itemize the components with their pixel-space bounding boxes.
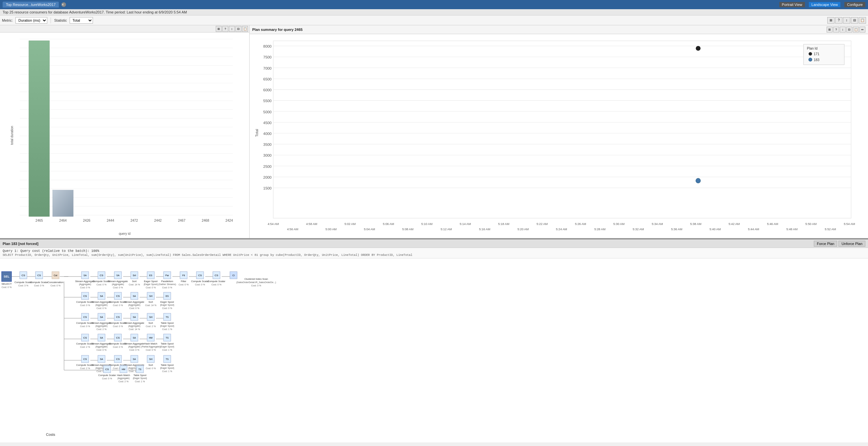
svg-text:(Aggregate): (Aggregate) (128, 346, 141, 348)
right-chart-btn-4[interactable]: ⊟ (846, 27, 852, 33)
svg-text:8000: 8000 (264, 44, 272, 48)
svg-text:2465: 2465 (35, 218, 43, 222)
chart-btn-4[interactable]: ⊟ (236, 26, 241, 32)
svg-text:CS: CS (105, 368, 109, 371)
svg-text:Cost: 0 %: Cost: 0 % (97, 307, 106, 309)
svg-text:5:22 AM: 5:22 AM (537, 222, 548, 226)
svg-text:5:48 AM: 5:48 AM (786, 228, 797, 231)
svg-text:Compute Scalar: Compute Scalar (30, 281, 48, 284)
landscape-view-btn[interactable]: Landscape View (809, 2, 841, 7)
right-chart-btn-3[interactable]: ↕ (840, 27, 846, 33)
title-bar-right: Portrait View Landscape View Configure (779, 2, 865, 7)
svg-text:Table Spool: Table Spool (161, 342, 174, 345)
right-chart-btn-2[interactable]: ? (833, 27, 839, 33)
svg-text:SA: SA (133, 316, 136, 318)
svg-text:2444: 2444 (107, 218, 114, 222)
svg-text:(Aggregate): (Aggregate) (128, 325, 141, 327)
svg-text:Hash Match: Hash Match (117, 374, 130, 377)
toolbar-icon-btn-2[interactable]: ? (835, 17, 842, 24)
svg-text:1500: 1500 (264, 186, 272, 190)
svg-text:Stream Aggregate: Stream Aggregate (124, 300, 144, 304)
svg-text:2442: 2442 (154, 218, 162, 222)
scatter-point-183[interactable] (696, 178, 701, 183)
svg-text:CS: CS (214, 274, 218, 277)
svg-text:5:32 AM: 5:32 AM (633, 228, 644, 231)
plan-summary-title: Plan summary for query 2465 (252, 28, 303, 32)
y-axis-label: total duration (10, 126, 14, 145)
svg-text:CS: CS (116, 316, 120, 319)
svg-text:Cost: 0 %: Cost: 0 % (212, 283, 221, 286)
right-panel-toolbar: ⊞ ? ↕ ⊟ 📋 ⇔ (827, 27, 865, 33)
force-plan-btn[interactable]: Force Plan (814, 241, 837, 247)
metric-label: Metric: (2, 19, 13, 22)
unforce-plan-btn[interactable]: Unforce Plan (838, 241, 865, 247)
metric-select[interactable]: Duration (ms) CPU Reads Writes (16, 17, 47, 24)
svg-text:Stream Aggregate: Stream Aggregate (124, 321, 144, 324)
svg-text:Cost: 0 %: Cost: 0 % (129, 349, 139, 351)
chart-btn-1[interactable]: ⊞ (216, 26, 222, 32)
svg-text:5:04 AM: 5:04 AM (364, 228, 375, 231)
statistic-select[interactable]: Total Average Max (70, 17, 93, 24)
svg-text:Stream Aggregate: Stream Aggregate (92, 321, 111, 324)
svg-text:Cost: 1 %: Cost: 1 % (135, 380, 145, 383)
right-chart-btn-5[interactable]: 📋 (853, 27, 859, 33)
right-chart-btn-6[interactable]: ⇔ (860, 27, 865, 33)
toolbar-icon-btn-1[interactable]: ⊞ (827, 17, 835, 24)
toolbar-icon-btn-4[interactable]: ⊟ (851, 17, 858, 24)
svg-text:(Aggregate): (Aggregate) (96, 304, 108, 307)
chart-btn-3[interactable]: ↕ (229, 26, 235, 32)
svg-point-118 (809, 58, 812, 61)
svg-text:Stream Aggregate: Stream Aggregate (75, 280, 95, 283)
svg-text:Eager Spool: Eager Spool (160, 300, 174, 304)
svg-text:Srt: Srt (149, 316, 153, 319)
svg-text:(Eager Spool): (Eager Spool) (160, 367, 174, 370)
svg-text:(Aggregate): (Aggregate) (79, 283, 91, 286)
svg-text:(Aggregate): (Aggregate) (96, 346, 108, 348)
svg-text:Plan Id: Plan Id (807, 46, 817, 50)
chart-btn-2[interactable]: ? (222, 26, 228, 32)
svg-text:4500: 4500 (264, 121, 272, 125)
toolbar-icon-btn-5[interactable]: 📋 (859, 17, 866, 24)
svg-text:Cost: 0 %: Cost: 0 % (113, 346, 123, 348)
svg-text:2424: 2424 (226, 218, 233, 222)
svg-text:Eager Spool: Eager Spool (144, 280, 158, 283)
tab-close-icon[interactable]: × (61, 2, 66, 7)
svg-text:5:02 AM: 5:02 AM (344, 222, 356, 226)
svg-text:5:38 AM: 5:38 AM (690, 222, 702, 226)
plan-title: Plan 183 [not forced] (3, 242, 38, 246)
svg-text:Cost: 1 %: Cost: 1 % (162, 370, 172, 373)
chart-btn-5[interactable]: 📋 (242, 26, 248, 32)
configure-btn[interactable]: Configure (844, 2, 865, 7)
right-chart-btn-1[interactable]: ⊞ (827, 27, 833, 33)
svg-text:Compute Scalar: Compute Scalar (191, 280, 209, 283)
portrait-view-btn[interactable]: Portrait View (779, 2, 805, 7)
svg-text:Compute Scalar: Compute Scalar (14, 281, 32, 284)
svg-text:Flt: Flt (182, 274, 185, 277)
svg-text:3500: 3500 (264, 142, 272, 147)
svg-text:5:40 AM: 5:40 AM (710, 228, 721, 231)
scatter-point-171[interactable] (696, 46, 701, 51)
bar-chart-svg: 10000 9500 9000 8500 8000 7500 7000 6500… (20, 36, 233, 225)
svg-text:171: 171 (814, 52, 819, 56)
svg-text:Compute Scalar: Compute Scalar (98, 374, 116, 377)
costs-label: Costs (46, 433, 56, 437)
svg-text:5:00 AM: 5:00 AM (326, 228, 337, 231)
svg-text:Stream Aggregate: Stream Aggregate (92, 342, 111, 345)
tab-label[interactable]: Top Resource...tureWorks2017 (3, 2, 59, 7)
svg-text:(Aggregate): (Aggregate) (96, 325, 108, 327)
svg-text:TS: TS (166, 316, 169, 318)
left-chart-panel: ⊞ ? ↕ ⊟ 📋 total duration query id (0, 25, 250, 238)
svg-text:Cost: 0 %: Cost: 0 % (146, 286, 156, 289)
plan-diagram-area[interactable]: SEL SELECT Cost: 0 % CS Compute Scalar C… (0, 258, 868, 442)
plan-panel: Plan 183 [not forced] Force Plan Unforce… (0, 239, 868, 442)
svg-text:Cost: 14 %: Cost: 14 % (129, 283, 140, 286)
svg-text:7500: 7500 (264, 55, 272, 59)
svg-text:Cost: 0 %: Cost: 0 % (97, 283, 106, 286)
svg-text:Sort: Sort (149, 363, 153, 367)
title-bar: Top Resource...tureWorks2017 × Portrait … (0, 0, 868, 9)
svg-text:CS: CS (198, 274, 202, 277)
toolbar-icon-btn-3[interactable]: ↕ (843, 17, 850, 24)
svg-text:Sort: Sort (149, 321, 153, 324)
svg-text:Cost: 0 %: Cost: 0 % (97, 349, 106, 351)
svg-text:(SalesOrderDetail.IR_SalesOrde: (SalesOrderDetail.IR_SalesOrderDe...) (237, 281, 276, 284)
